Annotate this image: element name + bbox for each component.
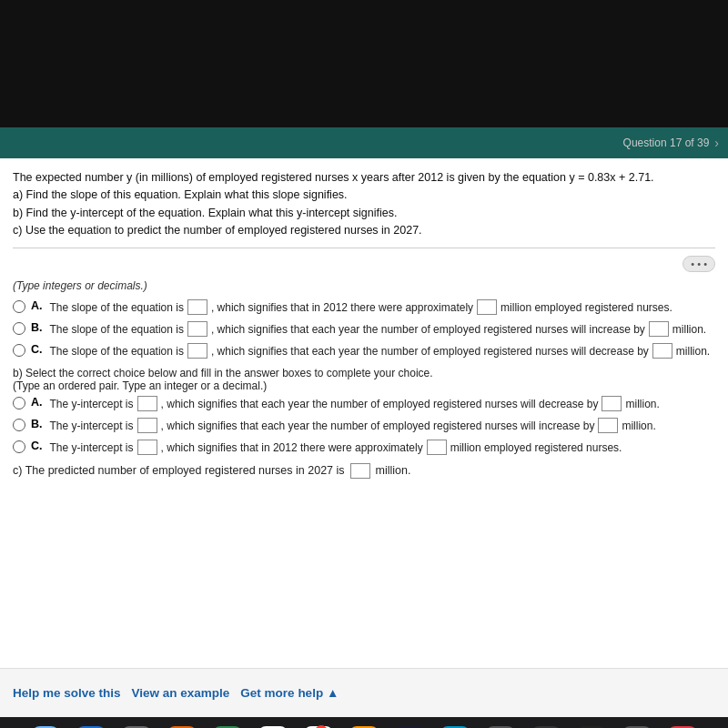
- divider-1: [13, 248, 715, 248]
- option-a3-row: C. The slope of the equation is , which …: [13, 343, 715, 359]
- radio-a2[interactable]: [13, 322, 25, 335]
- section-b-header1: b) Select the correct choice below and f…: [13, 367, 433, 379]
- option-b1-box1[interactable]: [137, 396, 157, 411]
- option-b2-row: B. The y-intercept is , which signifies …: [13, 418, 715, 434]
- taskbar: 🙂 ⊞ ⚙ 📷 📹 📝 22 3 🗺 🎵 🎙 tv 📰 🖥 ✏ ♿: [0, 717, 728, 728]
- radio-a1[interactable]: [13, 300, 25, 313]
- option-b2-box2[interactable]: [598, 418, 618, 433]
- section-b-header: b) Select the correct choice below and f…: [13, 367, 715, 392]
- option-a1-row: A. The slope of the equation is , which …: [13, 299, 715, 316]
- option-a3-label: C.: [31, 343, 43, 356]
- more-options-button[interactable]: • • •: [682, 256, 715, 272]
- section-c-box[interactable]: [350, 463, 370, 479]
- view-example-button[interactable]: View an example: [132, 679, 241, 707]
- section-c-text-before: c) The predicted number of employed regi…: [13, 464, 345, 477]
- option-b3-box1[interactable]: [137, 440, 157, 455]
- header-bar: Question 17 of 39 ›: [0, 127, 728, 158]
- option-b1-row: A. The y-intercept is , which signifies …: [13, 396, 715, 412]
- option-a1-label: A.: [31, 299, 43, 312]
- option-a1-box1[interactable]: [187, 299, 207, 315]
- option-a2-box1[interactable]: [187, 321, 207, 337]
- problem-part-a: a) Find the slope of this equation. Expl…: [13, 188, 348, 201]
- help-me-solve-button[interactable]: Help me solve this: [13, 679, 132, 707]
- option-a3-box2[interactable]: [652, 343, 672, 359]
- radio-b1[interactable]: [13, 397, 25, 410]
- option-b3-row: C. The y-intercept is , which signifies …: [13, 440, 715, 456]
- section-c: c) The predicted number of employed regi…: [13, 463, 715, 479]
- option-b1-text: The y-intercept is , which signifies tha…: [50, 396, 660, 412]
- radio-b2[interactable]: [13, 419, 25, 431]
- option-a3-box1[interactable]: [187, 343, 207, 359]
- option-a2-row: B. The slope of the equation is , which …: [13, 321, 715, 338]
- option-b3-box2[interactable]: [427, 440, 447, 455]
- section-b-header2: (Type an ordered pair. Type an integer o…: [13, 379, 267, 392]
- option-a2-label: B.: [31, 321, 43, 334]
- problem-intro: The expected number y (in millions) of e…: [13, 171, 654, 184]
- question-counter: Question 17 of 39: [623, 136, 710, 149]
- footer-bar: Help me solve this View an example Get m…: [0, 668, 728, 717]
- option-b2-text: The y-intercept is , which signifies tha…: [50, 418, 656, 434]
- option-a2-text: The slope of the equation is , which sig…: [50, 321, 707, 338]
- section-c-text-after: million.: [376, 464, 411, 477]
- option-a1-text: The slope of the equation is , which sig…: [50, 299, 672, 316]
- problem-part-c: c) Use the equation to predict the numbe…: [13, 224, 422, 237]
- option-b1-label: A.: [31, 396, 43, 409]
- option-b1-box2[interactable]: [602, 396, 622, 411]
- problem-statement: The expected number y (in millions) of e…: [13, 169, 715, 240]
- option-a3-text: The slope of the equation is , which sig…: [50, 343, 711, 359]
- option-b2-label: B.: [31, 418, 43, 430]
- problem-part-b: b) Find the y-intercept of the equation.…: [13, 207, 397, 219]
- instruction-a: (Type integers or decimals.): [13, 279, 715, 292]
- radio-a3[interactable]: [13, 344, 25, 357]
- options-section-a: A. The slope of the equation is , which …: [13, 299, 715, 359]
- get-more-help-button[interactable]: Get more help ▲: [240, 679, 349, 707]
- question-nav: Question 17 of 39 ›: [623, 136, 719, 150]
- top-black-area: [0, 0, 728, 127]
- option-b3-text: The y-intercept is , which signifies tha…: [50, 440, 622, 456]
- options-section-b: A. The y-intercept is , which signifies …: [13, 396, 715, 456]
- option-a2-box2[interactable]: [649, 321, 669, 337]
- main-content: The expected number y (in millions) of e…: [0, 158, 728, 668]
- option-b2-box1[interactable]: [137, 418, 157, 433]
- chevron-right-icon[interactable]: ›: [714, 136, 719, 150]
- option-b3-label: C.: [31, 440, 43, 452]
- option-a1-box2[interactable]: [477, 299, 497, 315]
- radio-b3[interactable]: [13, 440, 25, 453]
